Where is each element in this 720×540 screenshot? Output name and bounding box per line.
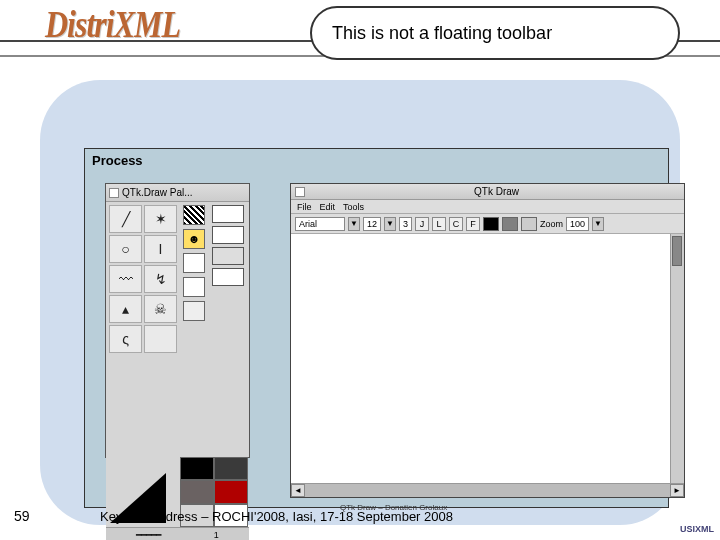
pattern-hatch[interactable] bbox=[183, 205, 205, 225]
tool-empty[interactable] bbox=[144, 325, 177, 353]
slide-title: This is not a floating toolbar bbox=[310, 6, 680, 60]
pattern-white2[interactable] bbox=[183, 277, 205, 297]
slide-number: 59 bbox=[14, 508, 30, 524]
font-family-field[interactable]: Arial bbox=[295, 217, 345, 231]
tool-curve[interactable]: 〰 bbox=[109, 265, 142, 293]
color-swatch[interactable] bbox=[212, 226, 244, 244]
scroll-track[interactable] bbox=[305, 484, 670, 497]
horizontal-scrollbar[interactable]: ◄ ► bbox=[291, 483, 684, 497]
color-swatch[interactable] bbox=[212, 205, 244, 223]
color-column bbox=[208, 202, 248, 457]
tool-text[interactable]: I bbox=[144, 235, 177, 263]
scroll-thumb[interactable] bbox=[672, 236, 682, 266]
line-weight-slider[interactable]: ━━━━━ 1 bbox=[106, 527, 249, 540]
draw-window[interactable]: QTk Draw File Edit Tools Arial ▼ 12 ▼ 3 … bbox=[290, 183, 685, 498]
style-f-button[interactable]: F bbox=[466, 217, 480, 231]
palette-title-text: QTk.Draw Pal... bbox=[122, 187, 193, 198]
fill-pattern-light[interactable] bbox=[521, 217, 537, 231]
palette-window[interactable]: QTk.Draw Pal... ╱ ✶ ○ I 〰 ↯ ▴ ☠ ς ☻ bbox=[105, 183, 250, 458]
palette-app-icon bbox=[109, 188, 119, 198]
menu-tools[interactable]: Tools bbox=[343, 202, 364, 212]
style-c-button[interactable]: C bbox=[449, 217, 463, 231]
draw-menubar: File Edit Tools bbox=[291, 200, 684, 214]
corner-logo: USIXML bbox=[680, 524, 714, 534]
slider-track: ━━━━━ bbox=[136, 530, 161, 540]
fill-pattern-grey[interactable] bbox=[502, 217, 518, 231]
font-family-dropdown-icon[interactable]: ▼ bbox=[348, 217, 360, 231]
vertical-scrollbar[interactable] bbox=[670, 234, 684, 483]
tool-triangle[interactable]: ▴ bbox=[109, 295, 142, 323]
color-cell[interactable] bbox=[180, 457, 214, 480]
tool-oval[interactable]: ○ bbox=[109, 235, 142, 263]
menu-file[interactable]: File bbox=[297, 202, 312, 212]
color-cell[interactable] bbox=[180, 480, 214, 503]
slider-value: 1 bbox=[214, 530, 219, 540]
pattern-grey[interactable] bbox=[183, 301, 205, 321]
tool-skull[interactable]: ☠ bbox=[144, 295, 177, 323]
style-j-button[interactable]: J bbox=[415, 217, 429, 231]
color-swatch[interactable] bbox=[212, 268, 244, 286]
draw-app-icon bbox=[295, 187, 305, 197]
scroll-right-icon[interactable]: ► bbox=[670, 484, 684, 497]
zoom-label: Zoom bbox=[540, 219, 563, 229]
tool-spray[interactable]: ✶ bbox=[144, 205, 177, 233]
tool-grid: ╱ ✶ ○ I 〰 ↯ ▴ ☠ ς bbox=[106, 202, 180, 457]
footer-text: Keynote address – ROCHI'2008, Iasi, 17-1… bbox=[100, 509, 453, 524]
draw-title-text: QTk Draw bbox=[309, 186, 684, 197]
font-size-field[interactable]: 12 bbox=[363, 217, 381, 231]
color-cell[interactable] bbox=[214, 457, 248, 480]
logo: DistriXML bbox=[45, 2, 180, 46]
tool-sigma[interactable]: ς bbox=[109, 325, 142, 353]
font-size2-field[interactable]: 3 bbox=[399, 217, 412, 231]
drawing-canvas[interactable] bbox=[291, 234, 670, 483]
color-swatch[interactable] bbox=[212, 247, 244, 265]
tool-zigzag[interactable]: ↯ bbox=[144, 265, 177, 293]
palette-titlebar[interactable]: QTk.Draw Pal... bbox=[106, 184, 249, 202]
zoom-dropdown-icon[interactable]: ▼ bbox=[592, 217, 604, 231]
draw-titlebar[interactable]: QTk Draw bbox=[291, 184, 684, 200]
menu-edit[interactable]: Edit bbox=[320, 202, 336, 212]
style-l-button[interactable]: L bbox=[432, 217, 446, 231]
color-cell[interactable] bbox=[214, 480, 248, 503]
tool-line[interactable]: ╱ bbox=[109, 205, 142, 233]
draw-options-bar: Arial ▼ 12 ▼ 3 J L C F Zoom 100 ▼ bbox=[291, 214, 684, 234]
zoom-field[interactable]: 100 bbox=[566, 217, 589, 231]
pattern-face[interactable]: ☻ bbox=[183, 229, 205, 249]
pattern-column: ☻ bbox=[180, 202, 208, 457]
fill-pattern-black[interactable] bbox=[483, 217, 499, 231]
process-window-title: Process bbox=[92, 153, 143, 168]
scroll-left-icon[interactable]: ◄ bbox=[291, 484, 305, 497]
font-size-dropdown-icon[interactable]: ▼ bbox=[384, 217, 396, 231]
pattern-white[interactable] bbox=[183, 253, 205, 273]
